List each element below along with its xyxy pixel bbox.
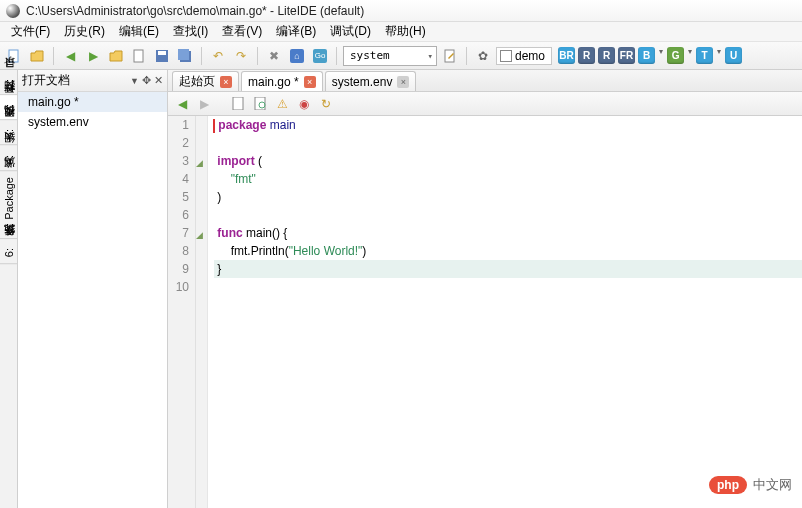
- svg-rect-1: [134, 50, 143, 62]
- pin-icon[interactable]: ✥: [142, 74, 151, 87]
- undo-icon[interactable]: ↶: [208, 46, 228, 66]
- watermark-badge: php: [709, 476, 747, 494]
- chevron-down-icon[interactable]: ▾: [688, 47, 692, 64]
- menu-file[interactable]: 文件(F): [4, 23, 57, 40]
- demo-checkbox[interactable]: demo: [496, 47, 552, 65]
- chevron-down-icon[interactable]: ▼: [130, 76, 139, 86]
- open-folder-icon[interactable]: [27, 46, 47, 66]
- line-number-gutter: 12345678910: [168, 116, 196, 508]
- sidebar-list: main.go *system.env: [18, 92, 167, 508]
- editor-tab[interactable]: 起始页×: [172, 71, 239, 91]
- app-logo-icon: [6, 4, 20, 18]
- sidebar-header: 打开文档 ▼ ✥ ✕: [18, 70, 167, 92]
- editor-area: 起始页×main.go *×system.env× ◀ ▶ ⚠ ◉ ↻ 1234…: [168, 70, 802, 508]
- new-file-icon[interactable]: [4, 46, 24, 66]
- sidebar-title: 打开文档: [22, 72, 127, 89]
- vtab-2[interactable]: 3: 类视图: [0, 120, 17, 145]
- demo-label: demo: [515, 49, 545, 63]
- watermark: php 中文网: [709, 476, 792, 494]
- menu-edit[interactable]: 编辑(E): [112, 23, 166, 40]
- tab-label: system.env: [332, 75, 393, 89]
- main-toolbar: ◀ ▶ ↶ ↷ ✖ ⌂ Go system ✿ demo BRRRFRB▾G▾T…: [0, 42, 802, 70]
- menu-build[interactable]: 编译(B): [269, 23, 323, 40]
- build-badge-g[interactable]: G: [667, 47, 684, 64]
- redo-icon[interactable]: ↷: [231, 46, 251, 66]
- svg-rect-3: [158, 51, 166, 55]
- editor-tab[interactable]: main.go *×: [241, 71, 323, 91]
- menu-find[interactable]: 查找(I): [166, 23, 215, 40]
- editor-toolbar: ◀ ▶ ⚠ ◉ ↻: [168, 92, 802, 116]
- build-badge-r[interactable]: R: [598, 47, 615, 64]
- separator: [257, 47, 258, 65]
- doc-icon[interactable]: [230, 96, 246, 112]
- sidebar-item[interactable]: system.env: [18, 112, 167, 132]
- menu-history[interactable]: 历史(R): [57, 23, 112, 40]
- close-icon[interactable]: ×: [220, 76, 232, 88]
- save-icon[interactable]: [152, 46, 172, 66]
- menu-view[interactable]: 查看(V): [215, 23, 269, 40]
- save-all-icon[interactable]: [175, 46, 195, 66]
- doc-mag-icon[interactable]: [252, 96, 268, 112]
- menu-bar: 文件(F) 历史(R) 编辑(E) 查找(I) 查看(V) 编译(B) 调试(D…: [0, 22, 802, 42]
- sidebar-panel: 打开文档 ▼ ✥ ✕ main.go *system.env: [18, 70, 168, 508]
- tab-label: main.go *: [248, 75, 299, 89]
- edit-env-icon[interactable]: [440, 46, 460, 66]
- warn-icon[interactable]: ⚠: [274, 96, 290, 112]
- separator: [336, 47, 337, 65]
- tab-label: 起始页: [179, 73, 215, 90]
- sidebar-item[interactable]: main.go *: [18, 92, 167, 112]
- env-combo[interactable]: system: [343, 46, 437, 66]
- go-icon[interactable]: Go: [310, 46, 330, 66]
- menu-debug[interactable]: 调试(D): [323, 23, 378, 40]
- vertical-tab-strip: 1: 目录2: 打开文档3: 类视图4: 大纲5: Package浏览6: 文件…: [0, 70, 18, 508]
- build-badge-br[interactable]: BR: [558, 47, 575, 64]
- vtab-5[interactable]: 6: 文件系统: [0, 239, 17, 264]
- fold-gutter: ◢◢: [196, 116, 208, 508]
- close-icon[interactable]: ✕: [154, 74, 163, 87]
- menu-help[interactable]: 帮助(H): [378, 23, 433, 40]
- gear-icon[interactable]: ✿: [473, 46, 493, 66]
- refresh-icon[interactable]: ↻: [318, 96, 334, 112]
- window-title: C:\Users\Administrator\go\src\demo\main.…: [26, 4, 364, 18]
- title-bar: C:\Users\Administrator\go\src\demo\main.…: [0, 0, 802, 22]
- nav-back-icon[interactable]: ◀: [174, 96, 190, 112]
- separator: [53, 47, 54, 65]
- close-icon[interactable]: ×: [397, 76, 409, 88]
- vtab-4[interactable]: 5: Package浏览: [0, 171, 17, 239]
- code-text[interactable]: package main import ( "fmt" ) func main(…: [208, 116, 802, 508]
- folder-icon[interactable]: [106, 46, 126, 66]
- watermark-text: 中文网: [753, 476, 792, 494]
- nav-back-icon[interactable]: ◀: [60, 46, 80, 66]
- main-area: 1: 目录2: 打开文档3: 类视图4: 大纲5: Package浏览6: 文件…: [0, 70, 802, 508]
- nav-fwd-icon[interactable]: ▶: [196, 96, 212, 112]
- build-badge-u[interactable]: U: [725, 47, 742, 64]
- chevron-down-icon[interactable]: ▾: [717, 47, 721, 64]
- new-doc-icon[interactable]: [129, 46, 149, 66]
- build-badge-r[interactable]: R: [578, 47, 595, 64]
- home-icon[interactable]: ⌂: [287, 46, 307, 66]
- vtab-3[interactable]: 4: 大纲: [0, 146, 17, 171]
- vtab-0[interactable]: 1: 目录: [0, 70, 17, 95]
- build-badge-t[interactable]: T: [696, 47, 713, 64]
- build-badges: BRRRFRB▾G▾T▾U: [558, 47, 742, 64]
- build-badge-b[interactable]: B: [638, 47, 655, 64]
- build-badge-fr[interactable]: FR: [618, 47, 635, 64]
- separator: [466, 47, 467, 65]
- code-editor[interactable]: 12345678910 ◢◢ package main import ( "fm…: [168, 116, 802, 508]
- vtab-1[interactable]: 2: 打开文档: [0, 95, 17, 120]
- svg-rect-7: [233, 97, 243, 110]
- editor-tab-strip: 起始页×main.go *×system.env×: [168, 70, 802, 92]
- record-icon[interactable]: ◉: [296, 96, 312, 112]
- chevron-down-icon[interactable]: ▾: [659, 47, 663, 64]
- close-icon[interactable]: ×: [304, 76, 316, 88]
- svg-rect-5: [178, 49, 189, 60]
- editor-tab[interactable]: system.env×: [325, 71, 417, 91]
- settings-icon[interactable]: ✖: [264, 46, 284, 66]
- separator: [201, 47, 202, 65]
- nav-fwd-icon[interactable]: ▶: [83, 46, 103, 66]
- svg-rect-6: [445, 50, 454, 62]
- svg-rect-0: [9, 50, 18, 62]
